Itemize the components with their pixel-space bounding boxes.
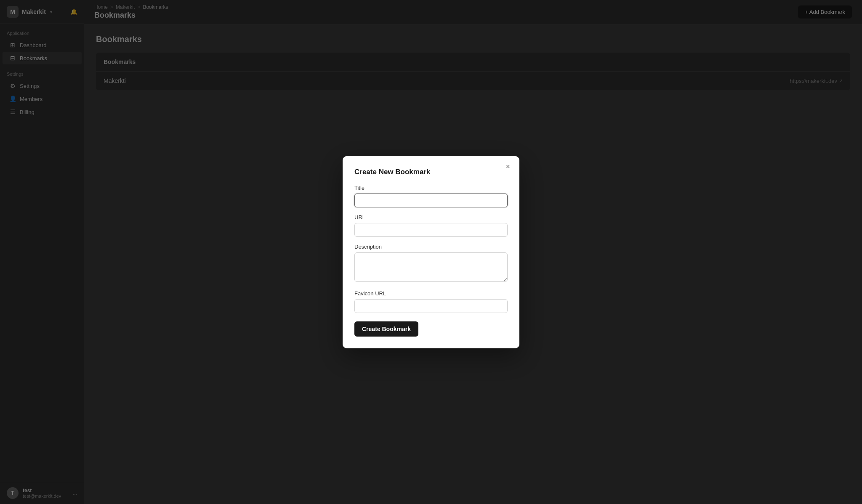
label-title: Title (354, 185, 508, 191)
create-bookmark-button[interactable]: Create Bookmark (354, 321, 418, 337)
modal-create-bookmark: × Create New Bookmark Title URL Descript… (343, 156, 519, 348)
field-url: URL (354, 214, 508, 237)
input-url[interactable] (354, 223, 508, 237)
input-description[interactable] (354, 252, 508, 282)
label-url: URL (354, 214, 508, 220)
field-description: Description (354, 244, 508, 284)
field-favicon-url: Favicon URL (354, 290, 508, 313)
label-favicon-url: Favicon URL (354, 290, 508, 297)
input-favicon-url[interactable] (354, 299, 508, 313)
field-title: Title (354, 185, 508, 207)
modal-title: Create New Bookmark (354, 168, 508, 176)
modal-overlay[interactable]: × Create New Bookmark Title URL Descript… (0, 0, 862, 504)
label-description: Description (354, 244, 508, 250)
modal-close-button[interactable]: × (503, 162, 513, 171)
input-title[interactable] (354, 194, 508, 207)
